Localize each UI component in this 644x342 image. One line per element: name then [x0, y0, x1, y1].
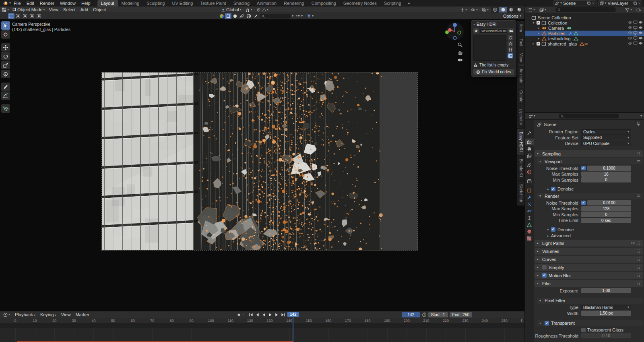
timeline-menu-view[interactable]: View	[59, 312, 73, 317]
properties-tab-data[interactable]	[525, 221, 534, 228]
properties-tab-modifiers[interactable]	[525, 194, 534, 201]
region-collapse-icon[interactable]: ❮	[520, 318, 523, 322]
viewport-menu-select[interactable]: Select	[61, 7, 78, 12]
disable-viewport-icon[interactable]	[633, 20, 638, 25]
properties-tab-render[interactable]	[525, 139, 534, 145]
value-slider[interactable]: 1.50 px	[581, 311, 631, 316]
value-slider[interactable]: 0	[581, 212, 631, 217]
properties-tab-scene[interactable]	[525, 162, 534, 168]
outliner-row-testbuilding[interactable]: ▸testbuilding	[525, 36, 644, 41]
panel-header-simplify[interactable]: ▸Simplify	[535, 264, 643, 271]
value-slider[interactable]: 0.0100	[587, 200, 631, 205]
topbar-menu-render[interactable]: Render	[37, 0, 57, 6]
end-frame-field[interactable]: End250	[450, 312, 472, 317]
play-reverse-button[interactable]	[261, 312, 267, 317]
topbar-menu-edit[interactable]: Edit	[24, 0, 37, 6]
panel-checkbox[interactable]	[542, 265, 547, 269]
pin-icon[interactable]	[636, 122, 641, 127]
tool-cursor[interactable]	[1, 30, 10, 39]
object-name[interactable]: testbuilding	[548, 36, 571, 41]
overlays-toggle[interactable]: ▾	[469, 6, 479, 13]
select-mode-0[interactable]	[8, 13, 14, 19]
timeline-ruler[interactable]: 0102030405060708090100110120130140150160…	[0, 318, 524, 323]
favorites-dropdown-button[interactable]	[508, 41, 513, 46]
properties-tab-texture[interactable]	[525, 235, 534, 242]
properties-tab-particles[interactable]	[525, 201, 534, 207]
viewlayer-unlink-icon[interactable]: ×	[638, 1, 641, 6]
value-dropdown[interactable]: Supported▾	[581, 135, 631, 140]
timeline-editor-type-button[interactable]: ▾	[2, 311, 12, 318]
hide-eye-icon[interactable]	[628, 25, 632, 31]
outliner-row-collection[interactable]: ▾✓Collection	[525, 20, 644, 25]
proportional-edit-toggle[interactable]: ▾	[255, 6, 270, 13]
collection-checkbox[interactable]: ✓	[537, 42, 540, 46]
timer-icon[interactable]	[422, 312, 427, 317]
hide-eye-icon[interactable]	[628, 36, 632, 41]
hide-eye-icon[interactable]	[628, 31, 632, 36]
tool-scale[interactable]	[1, 61, 10, 69]
setting-checkbox[interactable]: ✓	[581, 166, 586, 170]
topbar-menu-help[interactable]: Help	[78, 0, 93, 6]
object-name[interactable]: Particles	[548, 31, 565, 36]
workspace-tab-layout[interactable]: Layout	[97, 0, 118, 6]
disable-viewport-icon[interactable]	[633, 36, 638, 41]
expander-icon[interactable]: ▾	[532, 21, 535, 25]
subpanel-checkbox[interactable]: ✓	[551, 227, 555, 232]
outliner-row-camera[interactable]: ▸Camera	[525, 25, 644, 31]
hide-eye-icon[interactable]	[628, 20, 632, 25]
timeline-tracks[interactable]	[0, 323, 524, 342]
outliner-search-field[interactable]	[555, 7, 616, 12]
zoom-button[interactable]	[456, 41, 464, 48]
hdri-preview-box[interactable]	[473, 35, 506, 61]
topbar-menu-window[interactable]: Window	[57, 0, 78, 6]
disable-render-icon[interactable]	[638, 20, 643, 25]
object-name[interactable]: Scene Collection	[538, 15, 571, 20]
blender-logo-icon[interactable]	[2, 1, 8, 6]
expander-icon[interactable]: ▸	[537, 37, 541, 40]
image-display-button[interactable]	[508, 53, 513, 58]
panel-checkbox[interactable]: ✓	[542, 273, 547, 278]
value-dropdown[interactable]: Cycles▾	[581, 129, 631, 135]
add-workspace-button[interactable]: +	[405, 1, 413, 6]
object-name[interactable]: Camera	[548, 26, 564, 31]
shading-rendered-button[interactable]	[515, 7, 523, 12]
setting-checkbox[interactable]	[581, 328, 586, 332]
workspace-tab-geometry-nodes[interactable]: Geometry Nodes	[340, 0, 380, 6]
playhead-line[interactable]	[293, 317, 293, 342]
outliner-row-particles[interactable]: ▸Particles	[525, 31, 644, 36]
workspace-tab-compositing[interactable]: Compositing	[308, 0, 340, 6]
properties-tab-collection[interactable]	[525, 178, 534, 184]
fix-world-nodes-button[interactable]: Fix World nodes	[473, 69, 514, 75]
tool-measure[interactable]	[1, 91, 10, 100]
topbar-menu-file[interactable]: File	[11, 0, 24, 6]
editor-type-button[interactable]: ▾	[0, 6, 10, 13]
keying-set-dropdown-icon[interactable]: ▾	[242, 313, 244, 316]
next-keyframe-button[interactable]	[274, 312, 280, 317]
value-slider[interactable]: 16	[581, 172, 631, 177]
disable-render-icon[interactable]	[638, 31, 643, 36]
properties-editor-type-button[interactable]: ▾	[527, 113, 537, 119]
viewport-menu-view[interactable]: View	[46, 7, 61, 12]
asset-type-model-button[interactable]	[225, 13, 231, 19]
panel-header-transparent[interactable]: ▾✓Transparent	[537, 320, 643, 326]
hide-eye-icon[interactable]	[628, 41, 632, 46]
workspace-tab-shading[interactable]: Shading	[230, 0, 253, 6]
panel-header-film[interactable]: ▾Film	[535, 280, 643, 287]
collection-checkbox[interactable]: ✓	[537, 21, 540, 25]
expander-icon[interactable]: ▸	[532, 42, 535, 46]
scene-selector[interactable]: ▾ Scene ×	[553, 0, 596, 6]
properties-search-field[interactable]	[559, 114, 619, 118]
options-button[interactable]: Options▾	[503, 14, 521, 19]
sidebar-tab-view[interactable]: View	[517, 50, 524, 65]
disable-viewport-icon[interactable]	[633, 25, 638, 31]
properties-tab-constraints[interactable]	[525, 214, 534, 221]
select-mode-1[interactable]	[15, 13, 21, 19]
favorite-star-button[interactable]	[473, 28, 479, 33]
pan-hand-button[interactable]	[456, 49, 464, 56]
panel-header-pixel-filter[interactable]: ▾Pixel Filter	[537, 298, 643, 304]
properties-filter-dropdown-icon[interactable]: ▾	[640, 114, 642, 118]
scene-dropdown-icon[interactable]: ▾	[560, 2, 562, 5]
viewport-canvas[interactable]: Camera Perspective (142) shattered_glas …	[0, 19, 524, 311]
orientation-selector[interactable]: Global▾	[219, 6, 243, 13]
panel-checkbox[interactable]: ✓	[545, 321, 549, 325]
